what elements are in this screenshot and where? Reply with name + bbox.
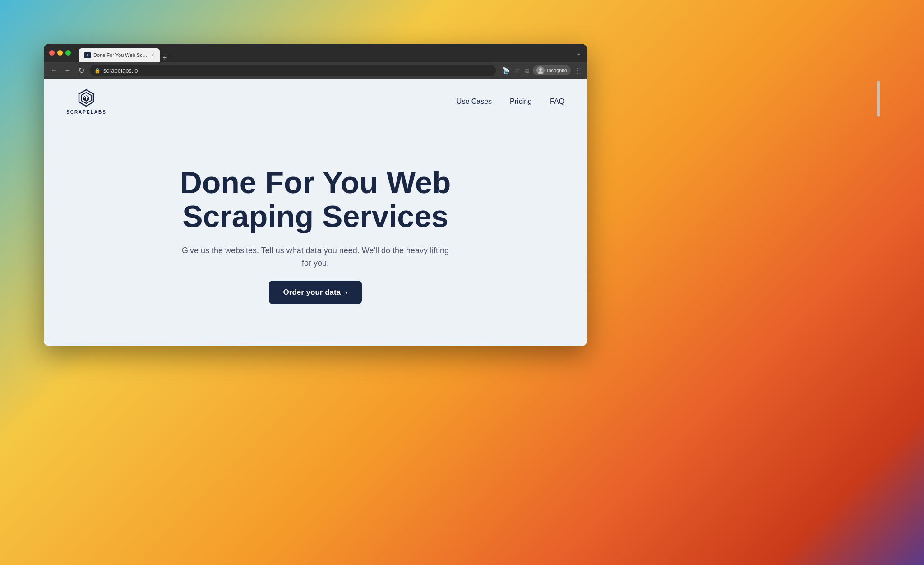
lock-icon: 🔒 — [94, 68, 101, 74]
maximize-button[interactable] — [65, 50, 71, 56]
titlebar: S Done For You Web Scraping S × + ⌄ — [44, 44, 587, 62]
svg-text:S: S — [86, 53, 88, 57]
nav-link-use-cases[interactable]: Use Cases — [457, 97, 492, 106]
tab-bar: S Done For You Web Scraping S × + — [79, 44, 167, 62]
scrollbar-thumb[interactable] — [877, 81, 880, 117]
tab-close-icon[interactable]: × — [151, 52, 154, 58]
cast-icon[interactable]: 📡 — [502, 67, 510, 74]
page-content: SCRAPELABS Use Cases Pricing FAQ Done Fo… — [44, 79, 587, 346]
url-bar[interactable]: 🔒 scrapelabs.io — [90, 65, 496, 76]
traffic-lights — [49, 50, 71, 56]
cta-arrow-icon: › — [345, 288, 347, 296]
tab-menu-button[interactable]: ⌄ — [576, 49, 582, 56]
hero-section: Done For You Web Scraping Services Give … — [44, 124, 587, 346]
url-text: scrapelabs.io — [103, 67, 138, 74]
hero-title: Done For You Web Scraping Services — [139, 166, 491, 233]
cta-button[interactable]: Order your data › — [269, 281, 362, 304]
browser-menu-button[interactable]: ⋮ — [574, 66, 582, 75]
reload-button[interactable]: ↻ — [76, 66, 86, 75]
minimize-button[interactable] — [57, 50, 63, 56]
nav-link-pricing[interactable]: Pricing — [510, 97, 532, 106]
incognito-area[interactable]: Incognito — [533, 65, 571, 75]
nav-links: Use Cases Pricing FAQ — [457, 97, 564, 106]
cta-label: Order your data — [283, 288, 341, 297]
bookmark-icon[interactable]: ☆ — [514, 67, 520, 74]
scrollbar-track[interactable] — [877, 79, 880, 336]
svg-point-3 — [538, 71, 543, 74]
tab-favicon: S — [84, 52, 91, 58]
nav-link-faq[interactable]: FAQ — [550, 97, 564, 106]
new-tab-button[interactable]: + — [162, 54, 167, 62]
tab-title: Done For You Web Scraping S — [93, 52, 148, 58]
close-button[interactable] — [49, 50, 55, 56]
forward-button[interactable]: → — [63, 66, 73, 74]
toolbar-icons: 📡 ☆ ⧉ — [502, 67, 529, 74]
back-button[interactable]: ← — [49, 66, 59, 74]
svg-point-2 — [539, 68, 542, 71]
incognito-label: Incognito — [547, 68, 567, 73]
active-tab[interactable]: S Done For You Web Scraping S × — [79, 48, 160, 62]
hero-subtitle: Give us the websites. Tell us what data … — [180, 244, 451, 270]
extension-icon[interactable]: ⧉ — [525, 67, 529, 74]
site-nav: SCRAPELABS Use Cases Pricing FAQ — [44, 79, 587, 124]
logo-text: SCRAPELABS — [66, 110, 106, 115]
logo-icon — [76, 88, 96, 108]
incognito-avatar — [536, 66, 545, 74]
logo-area[interactable]: SCRAPELABS — [66, 88, 106, 115]
addressbar: ← → ↻ 🔒 scrapelabs.io 📡 ☆ ⧉ Incognito ⋮ — [44, 62, 587, 79]
